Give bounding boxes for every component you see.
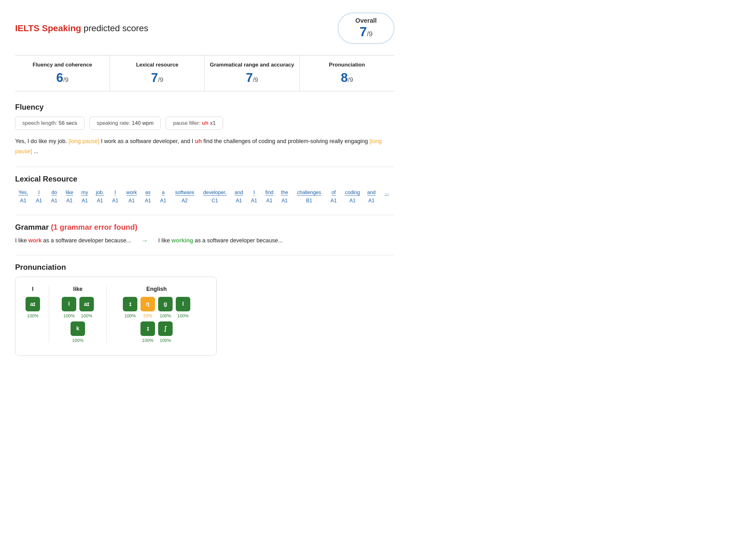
phoneme-percent: 53% bbox=[143, 313, 152, 318]
lexical-word-cell: I bbox=[246, 188, 261, 197]
speech-length-pill: speech length: 56 secs bbox=[15, 117, 84, 130]
lexical-level-cell: A1 bbox=[326, 197, 341, 205]
fluency-section-title: Fluency bbox=[15, 103, 395, 111]
pronunciation-section-title: Pronunciation bbox=[15, 263, 395, 272]
phoneme-item: ɪ100% bbox=[140, 321, 155, 343]
lexical-level-cell: A1 bbox=[123, 197, 140, 205]
phoneme-badge: ɪ bbox=[123, 297, 137, 311]
grammar-section-title: Grammar (1 grammar error found) bbox=[15, 223, 395, 231]
lexical-word-cell: job. bbox=[92, 188, 107, 197]
lexical-level-cell bbox=[379, 197, 395, 205]
phoneme-item: aɪ100% bbox=[25, 297, 40, 318]
phoneme-badge: k bbox=[71, 321, 85, 336]
phonemes-container: aɪ100% bbox=[25, 297, 40, 318]
fluency-transcript: Yes, I do like my job. [long pause] I wo… bbox=[15, 136, 395, 157]
divider-2 bbox=[15, 215, 395, 215]
fluency-section: Fluency speech length: 56 secs speaking … bbox=[15, 103, 395, 157]
grammar-correct-word: working bbox=[171, 237, 193, 244]
overall-label: Overall bbox=[354, 17, 379, 24]
score-grammar: Grammatical range and accuracy 7/9 bbox=[205, 56, 300, 91]
pronunciation-word-group: Englishɪ100%ŋ53%g100%l100%ɪ100%ʃ100% bbox=[116, 286, 206, 343]
lexical-word-cell: coding bbox=[341, 188, 364, 197]
lexical-word-cell: Yes, bbox=[15, 188, 31, 197]
pronunciation-word-label: English bbox=[146, 286, 167, 292]
fluency-score: 6/9 bbox=[20, 70, 105, 85]
transcript-text-3: find the challenges of coding and proble… bbox=[202, 138, 369, 144]
lexical-word-cell: and bbox=[364, 188, 379, 197]
phoneme-item: g100% bbox=[158, 297, 172, 318]
phoneme-item: aɪ100% bbox=[79, 297, 94, 318]
overall-badge: Overall 7/9 bbox=[338, 13, 395, 44]
phonemes-container: l100%aɪ100%k100% bbox=[58, 297, 98, 343]
lexical-label: Lexical resource bbox=[115, 62, 199, 68]
lexical-word-cell: I bbox=[31, 188, 47, 197]
phoneme-percent: 100% bbox=[177, 313, 189, 318]
lexical-word-cell: and bbox=[231, 188, 246, 197]
phoneme-percent: 100% bbox=[160, 313, 171, 318]
lexical-levels-row: A1A1A1A1A1A1A1A1A1A1A2C1A1A1A1A1B1A1A1A1 bbox=[15, 197, 395, 205]
score-lexical: Lexical resource 7/9 bbox=[110, 56, 205, 91]
lexical-level-cell: A2 bbox=[171, 197, 199, 205]
fluency-label: Fluency and coherence bbox=[20, 62, 105, 68]
lexical-level-cell: A1 bbox=[31, 197, 47, 205]
phoneme-badge: aɪ bbox=[79, 297, 94, 311]
lexical-score: 7/9 bbox=[115, 70, 199, 85]
score-fluency: Fluency and coherence 6/9 bbox=[15, 56, 110, 91]
lexical-level-cell: A1 bbox=[364, 197, 379, 205]
lexical-level-cell: A1 bbox=[341, 197, 364, 205]
speaking-rate-pill: speaking rate: 140 wpm bbox=[90, 117, 161, 130]
fluency-pills: speech length: 56 secs speaking rate: 14… bbox=[15, 117, 395, 130]
phoneme-percent: 100% bbox=[125, 313, 136, 318]
page-title: IELTS Speaking predicted scores bbox=[15, 23, 148, 33]
lexical-level-cell: A1 bbox=[231, 197, 246, 205]
lexical-level-cell: A1 bbox=[92, 197, 107, 205]
predicted-scores-label: predicted scores bbox=[81, 23, 148, 33]
phonemes-container: ɪ100%ŋ53%g100%l100%ɪ100%ʃ100% bbox=[116, 297, 198, 343]
lexical-words-row: Yes,Idolikemyjob.Iworkasasoftwaredevelop… bbox=[15, 188, 395, 197]
phoneme-percent: 100% bbox=[142, 338, 153, 343]
pronunciation-score: 8/9 bbox=[305, 70, 389, 85]
lexical-word-cell: of bbox=[326, 188, 341, 197]
phoneme-item: l100% bbox=[62, 297, 76, 318]
phoneme-badge: ʃ bbox=[158, 321, 172, 336]
pronunciation-label: Pronunciation bbox=[305, 62, 389, 68]
phoneme-badge: ŋ bbox=[140, 297, 155, 311]
lexical-level-cell: A1 bbox=[262, 197, 277, 205]
grammar-original: I like work as a software developer beca… bbox=[15, 237, 131, 244]
phoneme-percent: 100% bbox=[72, 338, 84, 343]
grammar-error-count: (1 grammar error found) bbox=[51, 223, 137, 231]
phoneme-badge: ɪ bbox=[140, 321, 155, 336]
phoneme-item: k100% bbox=[71, 321, 85, 343]
divider-3 bbox=[15, 255, 395, 255]
lexical-word-cell: I bbox=[108, 188, 123, 197]
lexical-level-cell: C1 bbox=[199, 197, 231, 205]
lexical-word-cell: like bbox=[62, 188, 77, 197]
lexical-word-cell: my bbox=[77, 188, 92, 197]
grammar-fixed: I like working as a software developer b… bbox=[158, 237, 283, 244]
phoneme-item: ŋ53% bbox=[140, 297, 155, 318]
pronunciation-card: Iaɪ100%likel100%aɪ100%k100%Englishɪ100%ŋ… bbox=[15, 277, 217, 356]
lexical-level-cell: A1 bbox=[15, 197, 31, 205]
lexical-level-cell: A1 bbox=[77, 197, 92, 205]
lexical-table: Yes,Idolikemyjob.Iworkasasoftwaredevelop… bbox=[15, 188, 395, 205]
phoneme-percent: 100% bbox=[160, 338, 171, 343]
transcript-text-1: Yes, I do like my job. bbox=[15, 138, 68, 144]
transcript-text-2: I work as a software developer, and I bbox=[99, 138, 195, 144]
lexical-level-cell: A1 bbox=[62, 197, 77, 205]
pronunciation-words: Iaɪ100%likel100%aɪ100%k100%Englishɪ100%ŋ… bbox=[25, 286, 206, 343]
lexical-word-cell: the bbox=[277, 188, 292, 197]
pronunciation-word-group: likel100%aɪ100%k100% bbox=[58, 286, 107, 343]
ielts-speaking-label: IELTS Speaking bbox=[15, 23, 81, 33]
grammar-correction: I like work as a software developer beca… bbox=[15, 237, 395, 245]
lexical-level-cell: A1 bbox=[277, 197, 292, 205]
page-header: IELTS Speaking predicted scores Overall … bbox=[15, 13, 395, 44]
grammar-arrow-icon: → bbox=[141, 237, 148, 245]
pause-filler-pill: pause filler: uh x1 bbox=[166, 117, 223, 130]
phoneme-badge: l bbox=[176, 297, 190, 311]
lexical-word-cell: a bbox=[156, 188, 171, 197]
score-grid: Fluency and coherence 6/9 Lexical resour… bbox=[15, 55, 395, 91]
phoneme-badge: g bbox=[158, 297, 172, 311]
lexical-section: Lexical Resource Yes,Idolikemyjob.Iworka… bbox=[15, 175, 395, 205]
score-pronunciation: Pronunciation 8/9 bbox=[300, 56, 395, 91]
pronunciation-word-label: like bbox=[73, 286, 83, 292]
